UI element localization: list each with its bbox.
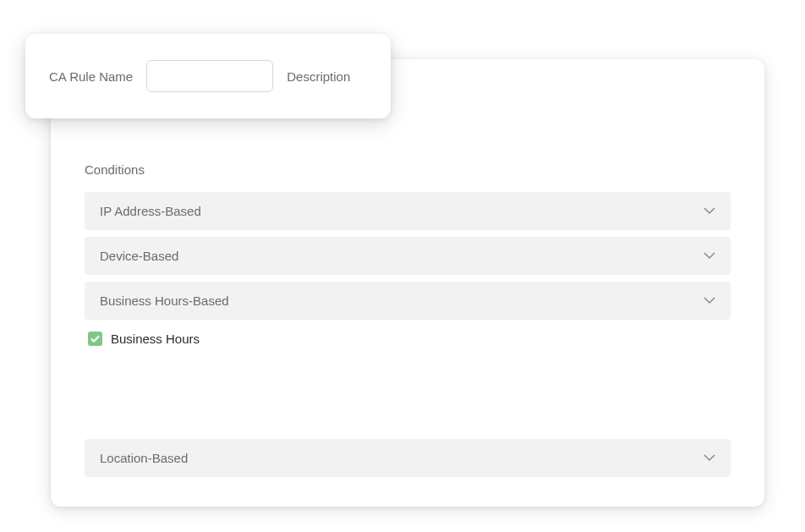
chevron-down-icon xyxy=(704,452,715,464)
business-hours-checkbox-label: Business Hours xyxy=(111,332,200,346)
description-label: Description xyxy=(287,69,350,84)
chevron-down-icon xyxy=(704,250,715,262)
header-card: CA Rule Name Description xyxy=(25,34,391,118)
conditions-section: Conditions IP Address-Based Device-Based… xyxy=(85,162,731,477)
accordion-device[interactable]: Device-Based xyxy=(85,237,731,275)
accordion-ip-address[interactable]: IP Address-Based xyxy=(85,192,731,230)
rule-name-label: CA Rule Name xyxy=(49,69,133,84)
accordion-label: Device-Based xyxy=(100,249,178,263)
rule-name-input[interactable] xyxy=(146,60,273,92)
accordion-label: Business Hours-Based xyxy=(100,293,229,308)
business-hours-checkbox[interactable] xyxy=(88,332,102,346)
conditions-title: Conditions xyxy=(85,162,731,177)
chevron-down-icon xyxy=(704,295,715,307)
accordion-label: IP Address-Based xyxy=(100,204,201,218)
accordion-business-hours[interactable]: Business Hours-Based xyxy=(85,282,731,320)
accordion-location[interactable]: Location-Based xyxy=(85,439,731,477)
chevron-down-icon xyxy=(704,206,715,217)
main-card: Conditions IP Address-Based Device-Based… xyxy=(51,59,764,507)
business-hours-checkbox-row: Business Hours xyxy=(85,332,731,346)
accordion-label: Location-Based xyxy=(100,451,188,465)
